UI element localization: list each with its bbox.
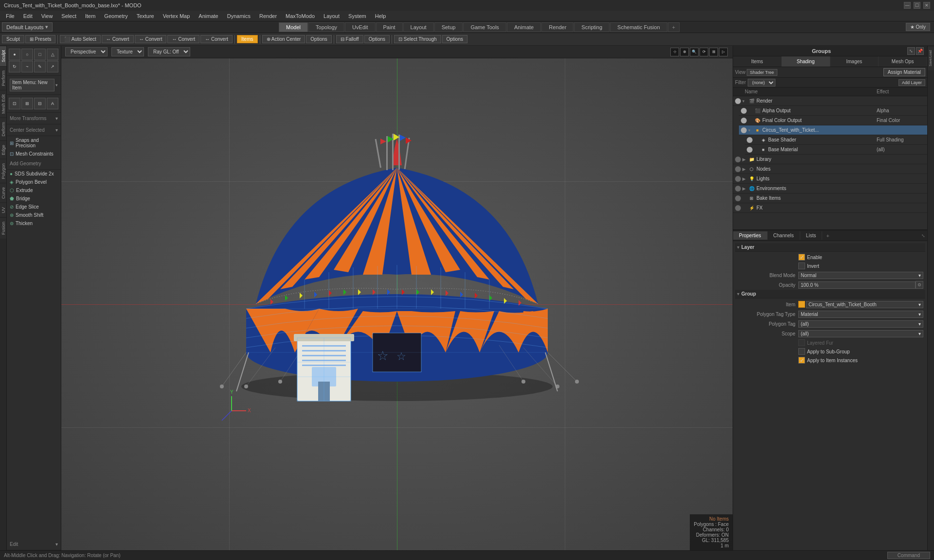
- eye-material[interactable]: [747, 147, 753, 153]
- apply-instances-checkbox[interactable]: ✓: [798, 357, 805, 364]
- tool-curve[interactable]: ~: [21, 61, 33, 72]
- filter-dropdown[interactable]: (none): [748, 79, 775, 87]
- tool-pen[interactable]: ✎: [34, 61, 46, 72]
- eye-shader[interactable]: [747, 137, 753, 143]
- options-btn-1[interactable]: Options: [306, 35, 331, 43]
- menu-maxtomodo[interactable]: MaxToModo: [282, 12, 319, 20]
- tab-layout[interactable]: Layout: [403, 22, 434, 32]
- vp-ctrl-6[interactable]: ▷: [719, 48, 728, 56]
- polygon-tag-dropdown[interactable]: (all) ▾: [798, 320, 923, 328]
- side-tab-fusion[interactable]: Fusion: [0, 217, 6, 239]
- opacity-value[interactable]: 100.0 %: [798, 281, 916, 289]
- falloff-button[interactable]: ⊟ Falloff: [336, 35, 363, 43]
- presets-button[interactable]: ⊞ Presets: [25, 35, 56, 43]
- maximize-button[interactable]: ☐: [914, 2, 920, 9]
- edit-header[interactable]: Edit ▾: [8, 541, 60, 548]
- tool-extra-4[interactable]: A: [47, 98, 58, 109]
- thicken-item[interactable]: ⊚ Thicken: [7, 219, 61, 228]
- side-tab-sculpt[interactable]: Sculpt: [0, 46, 6, 66]
- tree-row-circus-tent[interactable]: ▾ ■ Circus_Tent_with_Ticket...: [739, 125, 927, 135]
- menu-texture[interactable]: Texture: [133, 12, 158, 20]
- action-center-button[interactable]: ⊕ Action Center: [262, 35, 305, 43]
- polygon-tag-type-dropdown[interactable]: Material ▾: [798, 311, 923, 318]
- menu-system[interactable]: System: [344, 12, 370, 20]
- convert-btn-1[interactable]: ↔ Convert: [102, 35, 134, 43]
- eye-nodes[interactable]: [735, 166, 741, 172]
- side-tab-mesh-edit[interactable]: Mesh Edit: [0, 90, 6, 118]
- menu-dynamics[interactable]: Dynamics: [223, 12, 254, 20]
- menu-layout[interactable]: Layout: [320, 12, 343, 20]
- tree-row-nodes[interactable]: ▶ ⬡ Nodes: [733, 164, 927, 174]
- tab-topology[interactable]: Topology: [308, 22, 344, 32]
- tree-row-base-material[interactable]: ■ Base Material (all): [745, 145, 927, 155]
- menu-vertex-map[interactable]: Vertex Map: [159, 12, 194, 20]
- vp-ctrl-4[interactable]: ⟳: [700, 48, 708, 56]
- auto-select-button[interactable]: ⬛ Auto Select: [60, 35, 100, 43]
- polygon-bevel-item[interactable]: ◈ Polygon Bevel: [7, 178, 61, 186]
- perspective-dropdown[interactable]: Perspective: [65, 47, 108, 56]
- tool-ring[interactable]: ○: [21, 49, 33, 60]
- edge-slice-item[interactable]: ⊘ Edge Slice: [7, 203, 61, 211]
- menu-item[interactable]: Item: [81, 12, 99, 20]
- side-tab-edge[interactable]: Edge: [0, 140, 6, 159]
- tab-properties[interactable]: Properties: [733, 231, 768, 240]
- side-tab-perform[interactable]: Perform: [0, 66, 6, 90]
- smooth-shift-item[interactable]: ⊛ Smooth Shift: [7, 211, 61, 219]
- sculpt-button[interactable]: Sculpt: [2, 35, 24, 43]
- tree-row-finalcolor[interactable]: 🎨 Final Color Output Final Color: [739, 116, 927, 125]
- items-button[interactable]: Items: [237, 35, 257, 43]
- bridge-item[interactable]: ⬟ Bridge: [7, 194, 61, 203]
- enable-checkbox[interactable]: ✓: [798, 254, 805, 261]
- tool-rotate[interactable]: ↻: [9, 61, 20, 72]
- tab-render[interactable]: Render: [541, 22, 574, 32]
- tool-triangle[interactable]: △: [47, 49, 58, 60]
- vp-ctrl-1[interactable]: ⊹: [670, 48, 679, 56]
- add-layer-button[interactable]: Add Layer: [898, 79, 925, 86]
- eye-fx[interactable]: [735, 205, 741, 211]
- vp-ctrl-2[interactable]: ⊕: [680, 48, 689, 56]
- tab-items[interactable]: Items: [733, 56, 782, 67]
- side-tab-deformate[interactable]: Deform: [0, 118, 6, 140]
- viewport[interactable]: Perspective Texture Ray GL: Off ⊹ ⊕ 🔍 ⟳ …: [61, 46, 733, 550]
- options-btn-3[interactable]: Options: [442, 35, 467, 43]
- center-selected-header[interactable]: Center Selected ▾: [8, 126, 60, 134]
- groups-pin-btn[interactable]: 📌: [916, 47, 924, 55]
- item-dropdown[interactable]: Circus_Tent_with_Ticket_Booth ▾: [806, 301, 923, 308]
- layer-section-header[interactable]: ▾ Layer: [735, 243, 925, 252]
- tree-row-library[interactable]: ▶ 📁 Library: [733, 155, 927, 164]
- menu-geometry[interactable]: Geometry: [100, 12, 131, 20]
- viewport-canvas[interactable]: ★ ★: [61, 58, 733, 550]
- vp-ctrl-5[interactable]: ⊞: [709, 48, 718, 56]
- tree-row-alpha[interactable]: ⬛ Alpha Output Alpha: [739, 106, 927, 116]
- menu-edit[interactable]: Edit: [19, 12, 36, 20]
- side-tab-save-load[interactable]: Save/Load: [928, 46, 934, 70]
- eye-lights[interactable]: [735, 176, 741, 182]
- snaps-precision-item[interactable]: ⊞ Snaps and Precision: [7, 136, 61, 150]
- tool-circle[interactable]: ●: [9, 49, 20, 60]
- scope-dropdown[interactable]: (all) ▾: [798, 330, 923, 337]
- tab-animate[interactable]: Animate: [507, 22, 541, 32]
- groups-expand-btn[interactable]: ⤡: [907, 47, 915, 55]
- convert-btn-2[interactable]: ↔ Convert: [135, 35, 167, 43]
- options-btn-2[interactable]: Options: [364, 35, 390, 43]
- add-geometry-header[interactable]: Add Geometry: [8, 160, 60, 167]
- eye-render[interactable]: [735, 98, 741, 104]
- tab-lists[interactable]: Lists: [800, 231, 823, 240]
- tab-channels[interactable]: Channels: [768, 231, 800, 240]
- tab-images[interactable]: Images: [830, 56, 879, 67]
- tool-extra-2[interactable]: ⊞: [21, 98, 33, 109]
- tab-setup[interactable]: Setup: [434, 22, 463, 32]
- tab-schematic-fusion[interactable]: Schematic Fusion: [610, 22, 667, 32]
- side-tab-uv[interactable]: UV: [0, 203, 6, 217]
- tool-extra-3[interactable]: ⊟: [34, 98, 46, 109]
- tree-row-fx[interactable]: ⚡ FX: [733, 203, 927, 213]
- tab-scripting[interactable]: Scripting: [574, 22, 610, 32]
- convert-btn-3[interactable]: ↔ Convert: [167, 35, 199, 43]
- eye-library[interactable]: [735, 157, 741, 162]
- group-section-header[interactable]: ▾ Group: [735, 290, 925, 298]
- menu-file[interactable]: File: [2, 12, 18, 20]
- tree-row-bake[interactable]: ⊞ Bake Items: [733, 193, 927, 203]
- convert-btn-4[interactable]: ↔ Convert: [200, 35, 233, 43]
- eye-bake[interactable]: [735, 195, 741, 201]
- assign-material-button[interactable]: Assign Material: [883, 68, 925, 76]
